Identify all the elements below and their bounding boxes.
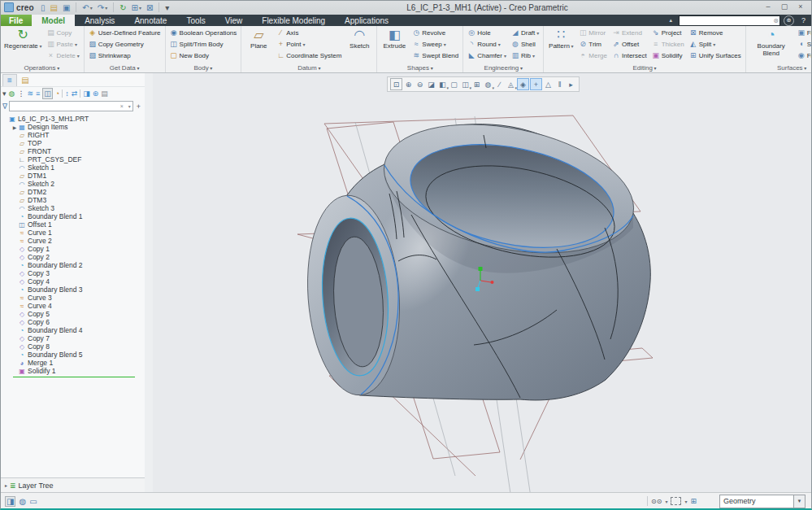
rib-dropdown-icon[interactable]: ▾ — [532, 53, 535, 59]
help-button[interactable]: ? — [797, 15, 810, 26]
pause-icon[interactable]: ‖ — [554, 79, 565, 89]
tree-item-right[interactable]: ▱RIGHT — [0, 131, 145, 139]
tree-item-sketch-3[interactable]: ◠Sketch 3 — [0, 204, 145, 212]
shell-button[interactable]: ◍Shell — [509, 38, 541, 50]
tree-item-dtm1[interactable]: ▱DTM1 — [0, 172, 145, 180]
group-dropdown-icon[interactable]: ▾ — [429, 66, 433, 71]
browser-toggle-icon[interactable]: ◍ — [19, 497, 26, 506]
tab-applications[interactable]: Applications — [335, 15, 398, 26]
trim-button[interactable]: ⊘Trim — [576, 38, 610, 50]
filter-dropdown-icon[interactable]: ▾ — [128, 103, 131, 109]
extend-button[interactable]: ⇥Extend — [610, 27, 649, 38]
group-dropdown-icon[interactable]: ▾ — [519, 66, 523, 71]
layer-tree-expander-icon[interactable]: ▸ — [5, 482, 7, 488]
swept-blend-button[interactable]: ≋Swept Blend — [410, 50, 461, 61]
fullscreen-toggle-icon[interactable]: ▭ — [29, 497, 37, 506]
model-body[interactable] — [302, 104, 651, 400]
capture-icon[interactable]: ⊞ — [471, 79, 482, 89]
shading-style-icon[interactable]: ◧▾ — [437, 79, 448, 89]
model-3d-scene[interactable] — [153, 73, 812, 492]
tab-tools[interactable]: Tools — [176, 15, 215, 26]
tree-filters-icon[interactable]: ↕ — [65, 89, 69, 98]
selection-filter-dropdown-icon[interactable]: ▼ — [793, 495, 805, 508]
sweep-dropdown-icon[interactable]: ▾ — [444, 41, 446, 47]
copy-button[interactable]: ▤Copy — [45, 27, 82, 38]
annotations-icon[interactable]: ◔ — [55, 89, 59, 98]
standard-orientation-icon[interactable]: ▢ — [449, 79, 459, 89]
command-search-input[interactable] — [679, 15, 780, 26]
more-icon[interactable]: ⋮ — [17, 89, 24, 98]
tab-analysis[interactable]: Analysis — [75, 15, 124, 26]
tree-item-copy-6[interactable]: ◇Copy 6 — [0, 318, 145, 326]
offset-button[interactable]: ⇗Offset — [610, 38, 649, 50]
user-defined-feature-button[interactable]: ◈User-Defined Feature — [86, 27, 163, 38]
tree-item-offset-1[interactable]: ◫Offset 1 — [0, 220, 145, 229]
info-document-icon[interactable]: ▤ — [101, 89, 108, 98]
model-tree-tab[interactable]: ≡ — [2, 74, 17, 86]
group-label-body[interactable]: Body ▾ — [167, 63, 240, 72]
redo-icon[interactable]: ↷▾ — [96, 2, 109, 13]
navigator-toggle-icon[interactable]: ◨ — [5, 496, 15, 507]
solidify-button[interactable]: ▣Solidify — [649, 50, 687, 61]
repaint-icon[interactable]: ◪ — [426, 79, 436, 89]
expander-icon[interactable]: ▶ — [11, 124, 18, 130]
group-label-operations[interactable]: Operations ▾ — [2, 63, 82, 72]
draft-button[interactable]: ◢Draft▾ — [509, 27, 541, 38]
chamfer-button[interactable]: ◣Chamfer▾ — [465, 50, 509, 61]
perspective-icon[interactable]: △ — [543, 79, 554, 89]
customize-toolbar-icon[interactable]: ▾ — [163, 2, 171, 13]
tree-item-front[interactable]: ▱FRONT — [0, 147, 145, 155]
group-dropdown-icon[interactable]: ▾ — [56, 66, 60, 71]
undo-icon-dropdown[interactable]: ▾ — [90, 5, 93, 11]
refit-icon[interactable]: ⊡ — [390, 78, 402, 90]
open-file-icon[interactable]: ▤ — [48, 2, 59, 13]
layer-tree-bar[interactable]: ▸ ≣ Layer Tree — [0, 477, 145, 492]
tree-item-copy-7[interactable]: ◇Copy 7 — [0, 334, 145, 342]
insert-here-indicator[interactable] — [13, 377, 135, 377]
tree-item-copy-1[interactable]: ◇Copy 1 — [0, 245, 145, 253]
fill-button[interactable]: ▣Fill — [795, 27, 812, 38]
file-menu-button[interactable]: File — [0, 15, 32, 26]
merge-button[interactable]: ◓Merge — [576, 50, 610, 61]
filter-funnel-icon[interactable]: ∇ — [2, 102, 7, 111]
tree-item-copy-2[interactable]: ◇Copy 2 — [0, 253, 145, 261]
tree-item-copy-8[interactable]: ◇Copy 8 — [0, 342, 145, 351]
tree-item-copy-4[interactable]: ◇Copy 4 — [0, 277, 145, 286]
revolve-button[interactable]: ◷Revolve — [410, 27, 461, 38]
copy-geometry-button[interactable]: ▨Copy Geometry — [86, 38, 163, 50]
freestyle-button[interactable]: ◉Freestyle — [795, 50, 812, 61]
shrinkwrap-button[interactable]: ▧Shrinkwrap — [86, 50, 163, 61]
undo-icon[interactable]: ↶▾ — [80, 2, 93, 13]
rib-button[interactable]: ▥Rib▾ — [509, 50, 541, 61]
tree-settings-icon[interactable]: ⊛ — [93, 89, 99, 98]
tree-options-dropdown-icon[interactable]: ▾ — [2, 89, 7, 98]
new-file-icon[interactable]: ▯ — [39, 2, 47, 13]
pattern-dropdown-icon[interactable]: ▾ — [570, 44, 574, 49]
remove-button[interactable]: ⊠Remove — [687, 27, 744, 38]
search-icon[interactable]: ⊕ — [784, 15, 794, 26]
axis-button[interactable]: ∕Axis — [274, 27, 344, 38]
tree-item-merge-1[interactable]: ◕Merge 1 — [0, 359, 145, 367]
saved-orientations-icon[interactable]: ◫▾ — [460, 79, 471, 89]
list-view-icon[interactable]: ≡ — [36, 89, 40, 98]
group-dropdown-icon[interactable]: ▾ — [653, 66, 657, 71]
selection-box-icon[interactable] — [671, 497, 681, 505]
resume-icon[interactable]: ▸ — [566, 79, 576, 89]
tree-item-curve-4[interactable]: ≈Curve 4 — [0, 302, 145, 310]
tree-item-curve-3[interactable]: ≈Curve 3 — [0, 294, 145, 302]
find-binoculars-icon[interactable]: ⊙⊙ — [651, 498, 662, 505]
tree-item-boundary-blend-3[interactable]: ◔Boundary Blend 3 — [0, 286, 145, 294]
tree-item-dtm3[interactable]: ▱DTM3 — [0, 196, 145, 204]
group-label-editing[interactable]: Editing ▾ — [545, 63, 743, 72]
active-window-icon[interactable]: ⊞▾ — [130, 2, 143, 13]
tree-item-dtm2[interactable]: ▱DTM2 — [0, 188, 145, 196]
split-button[interactable]: ◭Split▾ — [687, 38, 744, 50]
display-style-icon[interactable]: ◍▾ — [483, 79, 493, 89]
spin-center-icon[interactable]: + — [530, 78, 542, 90]
maximize-button[interactable]: ▢ — [776, 0, 792, 13]
round-button[interactable]: ◝Round▾ — [465, 38, 509, 50]
filter-clear-icon[interactable]: × — [120, 103, 124, 109]
tree-item-boundary-blend-2[interactable]: ◔Boundary Blend 2 — [0, 261, 145, 269]
active-model-icon[interactable]: ◍ — [9, 89, 15, 98]
sweep-button[interactable]: ≈Sweep▾ — [410, 38, 461, 50]
